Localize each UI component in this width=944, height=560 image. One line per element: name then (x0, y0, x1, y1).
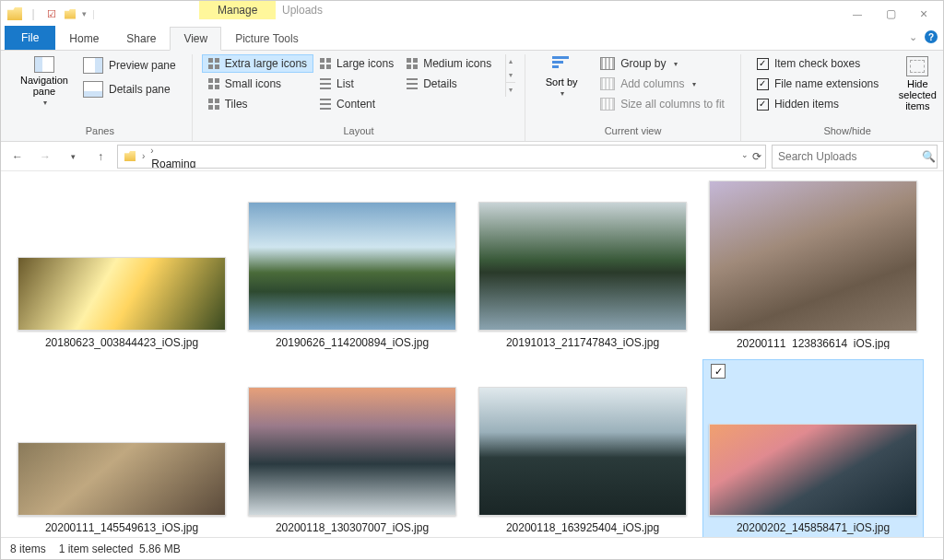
hide-selected-button[interactable]: Hide selected items (891, 54, 944, 113)
layout-medium[interactable]: Medium icons (400, 54, 498, 73)
layout-details[interactable]: Details (400, 75, 498, 93)
file-name-label: 20200118_163925404_iOS.jpg (506, 516, 659, 534)
recent-locations-button[interactable]: ▾ (62, 146, 84, 168)
preview-pane-button[interactable]: Preview pane (77, 54, 183, 76)
add-columns-icon (600, 77, 615, 90)
item-checkbox[interactable]: ✓ (711, 364, 726, 379)
address-dropdown-icon[interactable]: ⌄ (741, 150, 749, 163)
hidden-items-toggle[interactable]: Hidden items (750, 95, 885, 113)
status-size: 5.86 MB (139, 542, 181, 555)
item-check-boxes-toggle[interactable]: Item check boxes (750, 54, 885, 73)
file-name-label: 20200111_145549613_iOS.jpg (45, 516, 198, 534)
preview-pane-label: Preview pane (109, 59, 176, 72)
file-name-label: 20200111_123836614_iOS.jpg (737, 332, 890, 349)
ribbon: Navigation pane ▾ Preview pane Details p… (1, 51, 943, 142)
add-columns-button[interactable]: Add columns▾ (594, 75, 731, 93)
chevron-down-icon: ▾ (43, 99, 47, 107)
details-icon (407, 78, 418, 89)
preview-pane-icon (83, 57, 103, 74)
thumbnail-grid: 20180623_003844423_iOS.jpg20190626_11420… (12, 175, 932, 537)
file-thumbnail (18, 257, 226, 331)
layout-large[interactable]: Large icons (313, 54, 400, 73)
chevron-down-icon: ▾ (692, 80, 696, 88)
address-bar[interactable]: › This PC›Local Disk (C:)›Users›jeffw›Ap… (117, 145, 766, 169)
minimize-button[interactable]: — (844, 4, 871, 24)
layout-more[interactable]: ▾ (506, 82, 515, 97)
qat-caret-icon[interactable]: ▾ (80, 9, 87, 18)
ribbon-collapse-icon[interactable]: ⌄ (909, 31, 917, 43)
folder-icon (6, 6, 23, 22)
navigation-row: ← → ▾ ↑ › This PC›Local Disk (C:)›Users›… (1, 142, 943, 171)
qat-divider: | (88, 8, 99, 19)
group-label-layout: Layout (343, 122, 373, 139)
small-icon (208, 78, 219, 89)
qat-overflow-icon[interactable] (62, 6, 78, 22)
maximize-button[interactable]: ▢ (877, 4, 904, 24)
file-item[interactable]: 20200118_130307007_iOS.jpg (242, 360, 462, 537)
layout-scroll-up[interactable]: ▴ (506, 54, 515, 68)
contextual-tab-name: Uploads (282, 4, 323, 17)
file-thumbnail (709, 181, 917, 332)
hide-selected-label: Hide selected items (892, 78, 942, 111)
navigation-pane-button[interactable]: Navigation pane ▾ (18, 54, 71, 109)
file-thumbnail (478, 387, 687, 516)
layout-extra-large[interactable]: Extra large icons (202, 54, 313, 73)
checkmark-icon[interactable]: ☑ (43, 6, 60, 22)
file-item[interactable]: 20200111_123836614_iOS.jpg (703, 175, 923, 355)
size-columns-button[interactable]: Size all columns to fit (594, 95, 731, 113)
layout-content[interactable]: Content (313, 95, 400, 113)
tab-view[interactable]: View (170, 27, 221, 51)
status-item-count: 8 items (10, 542, 46, 555)
chevron-right-icon[interactable]: › (140, 151, 147, 161)
tab-file[interactable]: File (5, 26, 55, 50)
navigation-pane-icon (34, 56, 54, 73)
file-item[interactable]: 20180623_003844423_iOS.jpg (12, 175, 231, 355)
search-box[interactable]: 🔍 (772, 145, 938, 169)
sort-by-button[interactable]: Sort by ▾ (535, 54, 588, 99)
checkbox-icon (757, 78, 769, 90)
ribbon-group-current-view: Sort by ▾ Group by▾ Add columns▾ Size al… (525, 54, 741, 141)
back-button[interactable]: ← (6, 146, 29, 168)
file-thumbnail (478, 202, 687, 331)
qat-separator: | (25, 6, 41, 22)
file-item[interactable]: 20200118_163925404_iOS.jpg (473, 360, 692, 537)
details-pane-button[interactable]: Details pane (77, 78, 183, 100)
content-area[interactable]: 20180623_003844423_iOS.jpg20190626_11420… (1, 171, 943, 537)
forward-button[interactable]: → (34, 146, 56, 168)
details-pane-label: Details pane (109, 83, 171, 96)
chevron-right-icon[interactable]: › (148, 146, 155, 156)
close-button[interactable]: × (910, 4, 938, 24)
file-thumbnail (248, 387, 456, 516)
file-name-label: 20200118_130307007_iOS.jpg (276, 516, 429, 534)
file-name-label: 20200202_145858471_iOS.jpg (737, 516, 890, 534)
tab-share[interactable]: Share (112, 26, 170, 50)
resize-icon (600, 98, 615, 111)
extra-large-icon (208, 58, 219, 69)
ribbon-group-layout: Extra large icons Large icons Medium ico… (193, 54, 525, 141)
group-label-current-view: Current view (605, 122, 662, 139)
tab-picture-tools[interactable]: Picture Tools (221, 26, 312, 50)
layout-tiles[interactable]: Tiles (202, 95, 313, 113)
file-name-label: 20190626_114200894_iOS.jpg (276, 331, 429, 349)
layout-scroll-down[interactable]: ▾ (506, 68, 515, 82)
up-button[interactable]: ↑ (89, 146, 112, 168)
quick-access-toolbar: | ☑ ▾ | (6, 6, 99, 22)
tab-home[interactable]: Home (55, 26, 112, 50)
group-by-button[interactable]: Group by▾ (594, 54, 731, 73)
layout-small[interactable]: Small icons (202, 75, 313, 93)
layout-gallery: Extra large icons Large icons Medium ico… (202, 54, 498, 113)
sort-by-label: Sort by (546, 76, 578, 88)
title-bar: | ☑ ▾ | Manage Uploads — ▢ × (1, 1, 943, 27)
refresh-button[interactable]: ⟳ (752, 150, 761, 163)
breadcrumb-roaming[interactable]: Roaming (148, 157, 227, 169)
folder-icon (122, 148, 138, 165)
chevron-down-icon: ▾ (674, 60, 678, 68)
help-icon[interactable]: ? (925, 30, 938, 43)
search-input[interactable] (778, 150, 916, 163)
file-name-extensions-toggle[interactable]: File name extensions (750, 75, 885, 93)
layout-list[interactable]: List (313, 75, 400, 93)
file-item[interactable]: 20191013_211747843_iOS.jpg (473, 175, 692, 355)
file-item[interactable]: 20190626_114200894_iOS.jpg (242, 175, 462, 355)
file-item[interactable]: 20200111_145549613_iOS.jpg (12, 360, 231, 537)
file-item[interactable]: ✓20200202_145858471_iOS.jpg (703, 360, 923, 537)
